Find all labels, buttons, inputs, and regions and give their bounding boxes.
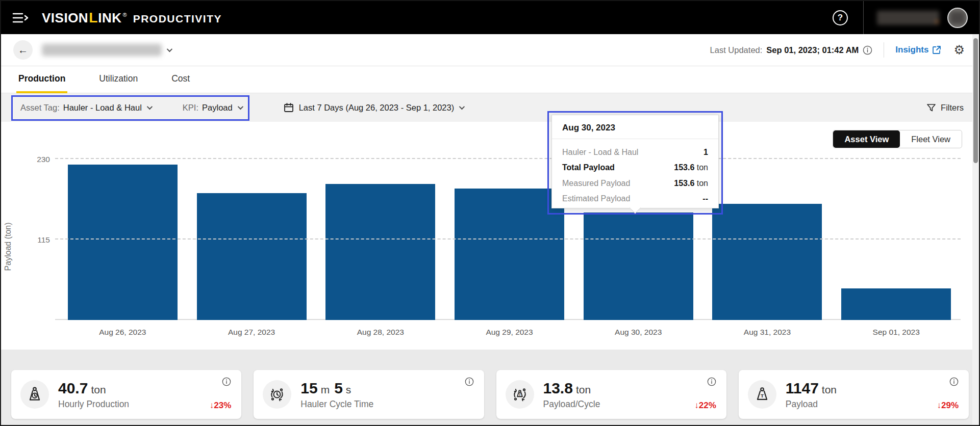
tooltip-body: Hauler - Load & Haul 1 Total Payload 153…: [552, 139, 718, 212]
tooltip-row-value: 1: [703, 145, 708, 160]
visionlink-logo: VISIONLINK® PRODUCTIVITY: [42, 10, 222, 26]
logo-l: L: [89, 10, 97, 26]
hamburger-menu-icon[interactable]: [12, 12, 30, 24]
external-link-icon: [932, 45, 941, 55]
x-axis-label: Aug 29, 2023: [445, 328, 574, 337]
kpi-delta: ↓22%: [694, 401, 716, 411]
kpi-card-hourly-production: 40.7ton Hourly Production ↓23%: [11, 370, 241, 419]
kpi-unit: m: [321, 384, 330, 396]
tab-cost[interactable]: Cost: [169, 66, 192, 93]
chevron-down-icon: [459, 104, 465, 110]
kpi-value: 13.8: [543, 380, 573, 397]
payload-bar[interactable]: [68, 165, 178, 320]
kpi-card-text: 1147ton Payload: [786, 380, 837, 410]
asset-tag-value: Hauler - Load & Haul: [63, 103, 142, 113]
tooltip-row-value: 153.6 ton: [674, 160, 708, 175]
chart-panel: Asset View Fleet View Payload (ton) Aug …: [1, 122, 979, 350]
bar-column[interactable]: Aug 26, 2023: [58, 122, 187, 320]
kpi-label: Hourly Production: [58, 399, 129, 410]
scrollbar-track[interactable]: [972, 34, 979, 425]
kpi-value: Payload: [202, 103, 233, 113]
info-icon[interactable]: [949, 377, 959, 386]
scrollbar-thumb[interactable]: [973, 38, 978, 163]
subheader-divider: [884, 42, 884, 58]
subheader: ← Last Updated: Sep 01, 2023; 01:42 AM I…: [1, 34, 979, 66]
tooltip-row-label: Hauler - Load & Haul: [562, 145, 638, 160]
tooltip-row-label: Measured Payload: [562, 176, 630, 191]
svg-text:T: T: [519, 393, 521, 396]
down-arrow-icon: ↓: [937, 401, 941, 410]
x-axis-label: Aug 27, 2023: [187, 328, 316, 337]
kpi-unit: ton: [822, 384, 837, 396]
kpi-label: Payload/Cycle: [543, 399, 600, 410]
hourly-production-icon: [20, 380, 49, 409]
last-updated-value: Sep 01, 2023; 01:42 AM: [766, 45, 859, 55]
back-button[interactable]: ←: [13, 40, 33, 60]
tab-production[interactable]: Production: [16, 66, 67, 93]
bar-column[interactable]: Aug 28, 2023: [316, 122, 445, 320]
kpi-delta: ↓29%: [937, 401, 959, 411]
calendar-icon: [284, 102, 294, 113]
info-icon[interactable]: [707, 377, 716, 386]
gear-icon[interactable]: ⚙: [953, 44, 965, 56]
payload-bar[interactable]: [841, 288, 951, 320]
gridline: [55, 238, 961, 239]
x-axis-label: Aug 26, 2023: [58, 328, 187, 337]
kpi-value: 1147: [786, 380, 819, 397]
bar-column[interactable]: Aug 27, 2023: [187, 122, 316, 320]
kpi-card-payload: T 1147ton Payload ↓29%: [739, 370, 969, 419]
date-range-value: Last 7 Days (Aug 26, 2023 - Sep 1, 2023): [299, 103, 455, 113]
kpi-label: Payload: [786, 399, 837, 410]
tooltip-row: Measured Payload 153.6 ton: [562, 176, 708, 191]
user-avatar[interactable]: [947, 8, 968, 28]
cycle-time-icon: [263, 380, 291, 409]
view-toggle: Asset View Fleet View: [833, 130, 962, 148]
kpi-value-seconds: 5: [334, 380, 343, 397]
username-redacted: [877, 11, 939, 25]
info-icon[interactable]: [465, 377, 474, 386]
logo-vision: VISION: [42, 10, 88, 26]
info-icon[interactable]: [222, 377, 231, 386]
subheader-right-group: Last Updated: Sep 01, 2023; 01:42 AM Ins…: [710, 42, 965, 58]
bar-column[interactable]: Sep 01, 2023: [832, 122, 961, 320]
tooltip-row-value: --: [702, 191, 708, 206]
asset-tag-dropdown[interactable]: Asset Tag: Hauler - Load & Haul: [20, 103, 151, 113]
filters-label: Filters: [941, 103, 964, 113]
down-arrow-icon: ↓: [210, 401, 214, 410]
kpi-label: Hauler Cycle Time: [300, 399, 373, 410]
tooltip-row-value: 153.6 ton: [674, 176, 708, 191]
asset-tag-label: Asset Tag:: [20, 103, 60, 113]
last-updated-label: Last Updated:: [710, 45, 763, 55]
filter-bar: Asset Tag: Hauler - Load & Haul KPI: Pay…: [1, 93, 979, 122]
payload-bar[interactable]: [197, 193, 307, 320]
kpi-delta: ↓23%: [210, 401, 232, 411]
payload-bar[interactable]: [584, 212, 693, 320]
kpi-value: 15: [300, 380, 317, 397]
tab-utilization[interactable]: Utilization: [97, 66, 140, 93]
gridline: [55, 158, 961, 159]
title-chevron-down-icon[interactable]: [167, 46, 172, 52]
insights-link[interactable]: Insights: [895, 45, 941, 55]
fleet-view-button[interactable]: Fleet View: [900, 130, 962, 148]
asset-view-button[interactable]: Asset View: [833, 130, 900, 148]
last-updated-info-icon[interactable]: [863, 45, 872, 55]
x-axis-label: Aug 31, 2023: [703, 328, 832, 337]
date-range-dropdown[interactable]: Last 7 Days (Aug 26, 2023 - Sep 1, 2023): [284, 102, 464, 113]
kpi-value: 40.7: [58, 380, 88, 397]
kpi-unit: ton: [576, 384, 591, 396]
kpi-card-text: 15m5s Hauler Cycle Time: [300, 380, 373, 410]
help-icon[interactable]: ?: [833, 10, 848, 25]
y-axis-title: Payload (ton): [4, 222, 13, 271]
svg-text:T: T: [761, 393, 764, 398]
hamburger-icon: [12, 12, 30, 24]
tooltip-row: Hauler - Load & Haul 1: [562, 145, 708, 160]
x-axis-label: Sep 01, 2023: [832, 328, 961, 337]
back-arrow-icon: ←: [18, 44, 28, 56]
header-divider: [863, 1, 864, 34]
chevron-down-icon: [147, 104, 153, 110]
tooltip-row: Estimated Payload --: [562, 191, 708, 206]
payload-bar[interactable]: [325, 184, 435, 320]
kpi-dropdown[interactable]: KPI: Payload: [183, 103, 242, 113]
filters-button[interactable]: Filters: [926, 103, 964, 113]
payload-bar[interactable]: [712, 204, 822, 320]
